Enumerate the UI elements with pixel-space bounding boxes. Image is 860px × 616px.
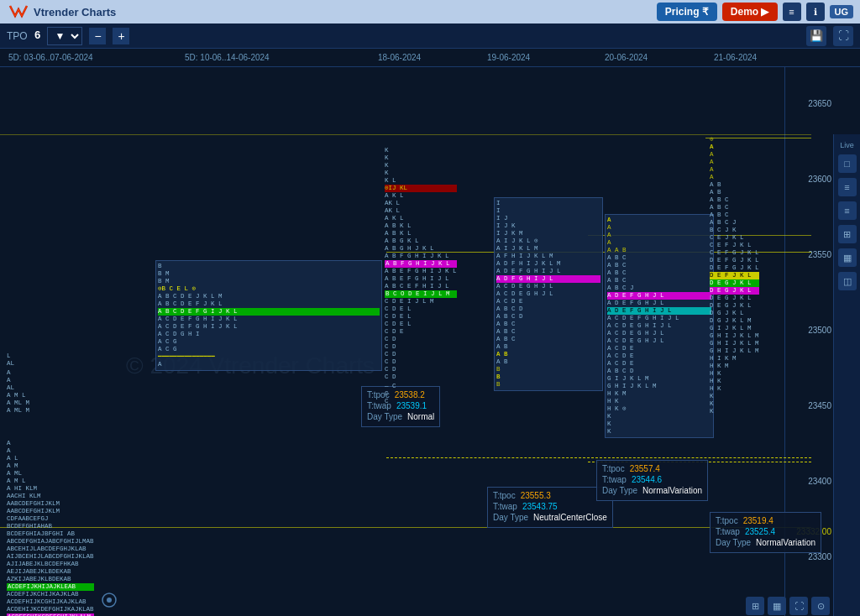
tpo-col-6: ⊙ A A A A A A B A B A B C A B C A B C A … [710, 136, 759, 415]
ib4-twap-label: T:twap [716, 527, 740, 536]
bottom-icon-3[interactable]: ⛶ [789, 597, 808, 615]
tpo-plus-button[interactable]: + [113, 28, 129, 44]
price-23550: 23550 [808, 250, 831, 259]
info-box-2: T:tpoc 23555.3 T:twap 23543.75 Day Type … [487, 487, 613, 528]
bottom-bar: ⊞ ▦ ⛶ ⊙ [742, 596, 833, 616]
header-bar: Vtrender Charts Pricing ₹ Demo ▶ ≡ ℹ UG [0, 0, 860, 23]
bottom-icon-2[interactable]: ▦ [768, 597, 786, 615]
demo-button[interactable]: Demo ▶ [722, 3, 778, 21]
ib4-daytype-label: Day Type [716, 538, 751, 547]
date-label-6: 21-06-2024 [714, 53, 757, 62]
hline-1 [0, 134, 811, 135]
ug-button[interactable]: UG [830, 5, 854, 18]
price-23300: 23300 [808, 552, 831, 561]
tpo-select[interactable]: ▼ [47, 27, 82, 45]
fullscreen-button[interactable]: ⛶ [833, 26, 853, 46]
menu-icon-button[interactable]: ≡ [783, 3, 801, 21]
logo-text: Vtrender Charts [34, 6, 116, 18]
info-box-3: T:tpoc 23557.4 T:twap 23544.6 Day Type N… [596, 460, 708, 501]
logo-icon [7, 3, 30, 21]
tpo-col-2-box: B B M B M ⊙B C E L ⊙ A B C D E J K L M A… [155, 260, 382, 371]
tpo-minus-button[interactable]: − [89, 28, 106, 44]
sidebar-icon-2[interactable]: ≡ [838, 178, 857, 196]
ib3-daytype-label: Day Type [602, 486, 637, 495]
date-label-4: 19-06-2024 [487, 53, 530, 62]
ib2-twap-label: T:twap [493, 502, 517, 511]
ib2-tpoc-label: T:tpoc [493, 491, 516, 500]
tpo-col-4-box: I I I J I J K I J K M A I J K L ⊙ A I J … [494, 197, 603, 391]
info-icon-button[interactable]: ℹ [806, 3, 825, 21]
tpo-col-3: K K K K K L ⊙IJ KL A K L AK L AK L A K L… [385, 147, 457, 405]
bottom-icon-1[interactable]: ⊞ [746, 597, 764, 615]
date-label-3: 18-06-2024 [378, 53, 421, 62]
bottom-icon-4[interactable]: ⊙ [811, 597, 830, 615]
sidebar-icon-4[interactable]: ⊞ [838, 225, 857, 243]
price-23650: 23650 [808, 99, 831, 108]
header-right: Pricing ₹ Demo ▶ ≡ ℹ UG [657, 3, 853, 21]
ib2-tpoc-value: 23555.3 [521, 491, 551, 500]
ib2-daytype-value: NeutralCenterClose [533, 513, 607, 522]
price-23500: 23500 [808, 326, 831, 335]
sidebar-icon-6[interactable]: ◫ [838, 272, 857, 290]
ib3-daytype-value: NormalVariation [642, 486, 702, 495]
toolbar: TPO 6 ▼ − + 💾 ⛶ [0, 23, 860, 49]
date-label-1: 5D: 03-06..07-06-2024 [8, 53, 93, 62]
price-23450: 23450 [808, 401, 831, 410]
sidebar-icon-3[interactable]: ≡ [838, 201, 857, 220]
sidebar-icon-5[interactable]: ▦ [838, 248, 857, 267]
sidebar-icon-1[interactable]: □ [838, 154, 857, 173]
ib2-daytype-label: Day Type [493, 513, 528, 522]
save-button[interactable]: 💾 [806, 26, 826, 46]
hline-dashed-1 [386, 457, 811, 458]
ib1-daytype-label: Day Type [367, 412, 402, 421]
pricing-button[interactable]: Pricing ₹ [657, 3, 717, 21]
ib3-twap-label: T:twap [602, 475, 627, 484]
date-label-5: 20-06-2024 [605, 53, 648, 62]
logo-area: Vtrender Charts [7, 3, 116, 21]
ib1-daytype-value: Normal [407, 412, 434, 421]
ib4-tpoc-value: 23519.4 [743, 516, 773, 525]
ib4-tpoc-label: T:tpoc [716, 516, 738, 525]
chart-area[interactable]: © 2024 Vtrender Charts 23650 23600 23550… [0, 67, 860, 616]
info-box-4: T:tpoc 23519.4 T:twap 23525.4 Day Type N… [710, 512, 821, 553]
ib3-twap-value: 23544.6 [632, 475, 662, 484]
price-23600: 23600 [808, 175, 831, 184]
hline-yellow-bottom [0, 527, 811, 528]
tpo-value: 6 [34, 29, 41, 42]
ib3-tpoc-value: 23557.4 [630, 464, 660, 473]
datebar: 5D: 03-06..07-06-2024 5D: 10-06..14-06-2… [0, 49, 860, 67]
fullscreen-corner-icon[interactable] [101, 592, 118, 613]
tpo-col-1: L AL A A AL A M L A ML M A ML M A A A L … [7, 352, 94, 616]
tpo-label: TPO [7, 30, 28, 42]
ib3-tpoc-label: T:tpoc [602, 464, 625, 473]
live-label: Live [840, 141, 854, 149]
price-23400: 23400 [808, 477, 831, 486]
date-label-2: 5D: 10-06..14-06-2024 [185, 53, 270, 62]
ib2-twap-value: 23543.75 [522, 502, 558, 511]
svg-point-1 [107, 598, 112, 603]
ib4-daytype-value: NormalVariation [756, 538, 815, 547]
ib4-twap-value: 23525.4 [745, 527, 775, 536]
right-sidebar: Live □ ≡ ≡ ⊞ ▦ ◫ [833, 134, 860, 616]
chart-main: © 2024 Vtrender Charts 23650 23600 23550… [0, 67, 860, 616]
tpo-col-5-box: A A A A A A B A B C A B C A B C A B C A … [605, 214, 714, 438]
